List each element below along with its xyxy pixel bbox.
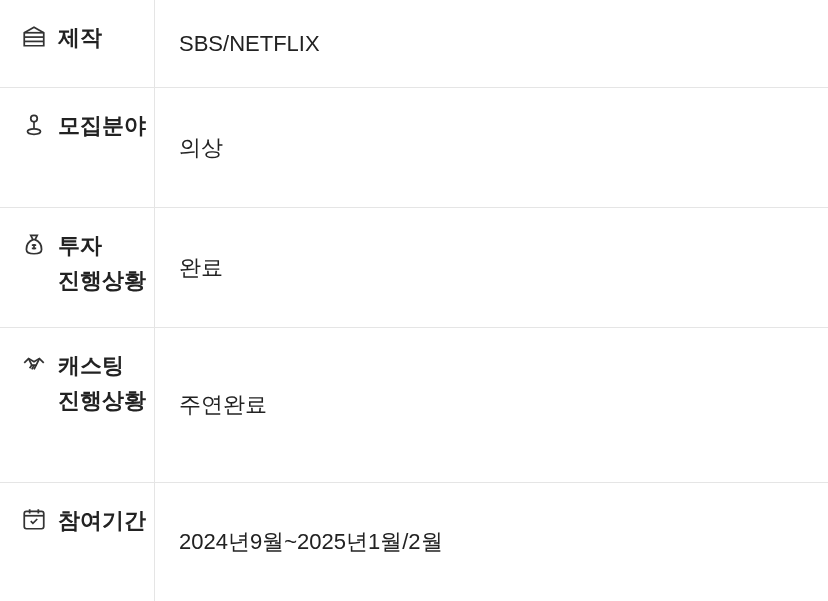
label-cell-recruitment: 모집분야 <box>0 88 155 207</box>
label-cell-production: 제작 <box>0 0 155 87</box>
svg-point-0 <box>31 115 38 122</box>
svg-rect-2 <box>24 511 44 528</box>
svg-point-1 <box>28 129 41 134</box>
value-production: SBS/NETFLIX <box>155 0 828 87</box>
label-recruitment: 모집분야 <box>58 108 146 143</box>
info-table: 제작 SBS/NETFLIX 모집분야 의상 <box>0 0 828 601</box>
building-icon <box>20 22 48 50</box>
value-recruitment: 의상 <box>155 88 828 207</box>
calendar-check-icon <box>20 505 48 533</box>
row-recruitment: 모집분야 의상 <box>0 88 828 208</box>
label-production: 제작 <box>58 20 102 55</box>
label-investment: 투자 진행상황 <box>58 228 146 298</box>
value-period: 2024년9월~2025년1월/2월 <box>155 483 828 601</box>
label-period: 참여기간 <box>58 503 146 538</box>
row-casting: 캐스팅 진행상황 주연완료 <box>0 328 828 483</box>
row-investment: 투자 진행상황 완료 <box>0 208 828 328</box>
label-cell-investment: 투자 진행상황 <box>0 208 155 327</box>
handshake-icon <box>20 350 48 378</box>
row-production: 제작 SBS/NETFLIX <box>0 0 828 88</box>
label-cell-casting: 캐스팅 진행상황 <box>0 328 155 482</box>
money-bag-icon <box>20 230 48 258</box>
pin-icon <box>20 110 48 138</box>
value-casting: 주연완료 <box>155 328 828 482</box>
label-casting: 캐스팅 진행상황 <box>58 348 146 418</box>
label-cell-period: 참여기간 <box>0 483 155 601</box>
value-investment: 완료 <box>155 208 828 327</box>
row-period: 참여기간 2024년9월~2025년1월/2월 <box>0 483 828 601</box>
